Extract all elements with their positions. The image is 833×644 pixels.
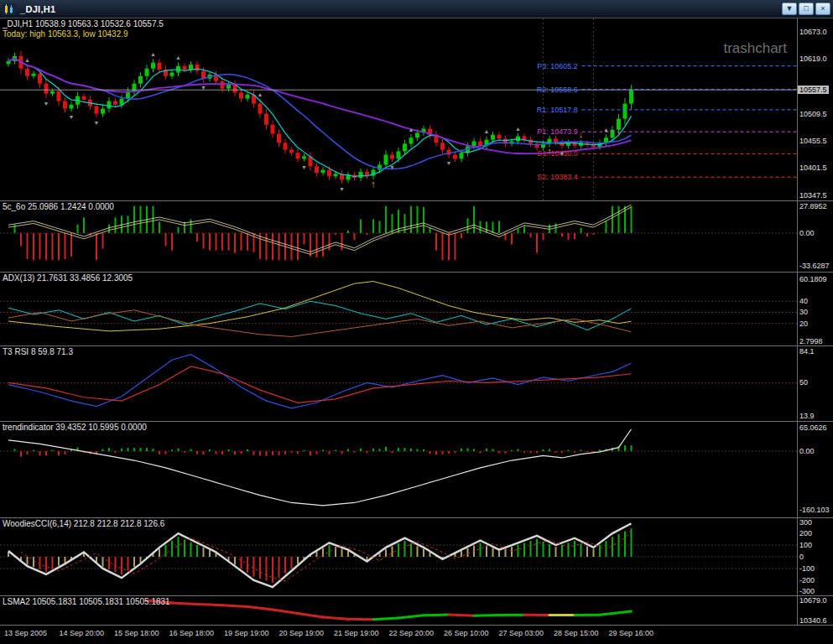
axis-label: 300 (799, 518, 812, 527)
axis-label: 27.8952 (799, 202, 827, 210)
watermark: trashchart (723, 40, 787, 57)
time-label: 29 Sep 16:00 (609, 629, 654, 637)
axis-label: 10401.5 (799, 164, 827, 172)
svg-text:P1: 10473.9: P1: 10473.9 (537, 127, 578, 136)
axis-label: 60.1809 (799, 275, 827, 283)
svg-text:▲: ▲ (258, 91, 263, 97)
price-axis[interactable]: 10673.010619.010557.510509.510455.510401… (797, 18, 833, 200)
axis-label: 50 (799, 378, 808, 387)
lsma-axis[interactable]: 10679.010340.6 (797, 596, 833, 625)
svg-text:↑: ↑ (547, 146, 552, 156)
time-label: 21 Sep 19:00 (334, 629, 379, 637)
axis-label: 10679.0 (799, 596, 827, 605)
adx-plot[interactable] (0, 273, 797, 345)
svg-text:↓: ↓ (579, 129, 584, 139)
pane-canvas (0, 201, 797, 272)
axis-label: -33.6287 (799, 262, 830, 270)
svg-text:S1: 10430.0: S1: 10430.0 (537, 149, 578, 158)
time-label: 13 Sep 2005 (4, 629, 47, 637)
time-label: 22 Sep 20:00 (389, 629, 435, 637)
svg-text:▼: ▼ (389, 164, 395, 170)
axis-label: 20 (799, 319, 808, 328)
woodies-cci-axis[interactable]: 3002001000-100-200-300 (797, 518, 833, 595)
trendindicator-plot[interactable] (0, 422, 797, 517)
svg-text:▼: ▼ (69, 114, 75, 120)
t3-rsi-plot[interactable] (0, 346, 797, 421)
svg-text:R1: 10517.8: R1: 10517.8 (537, 106, 578, 114)
time-label: 14 Sep 20:00 (60, 629, 105, 637)
axis-label: -300 (799, 587, 815, 595)
price-pane: P3: 10605.2R2: 10558.6R1: 10517.8P1: 104… (0, 18, 833, 201)
time-label: 20 Sep 19:00 (279, 629, 325, 637)
axis-label: -200 (799, 576, 815, 584)
time-axis[interactable]: 13 Sep 200514 Sep 20:0015 Sep 18:0016 Se… (0, 626, 833, 644)
chart-window: _DJI,H1 ▼ □ × P3: 10605.2R2: 10558.6R1: … (0, 0, 833, 644)
time-label: 15 Sep 18:00 (114, 629, 159, 637)
svg-text:▼: ▼ (44, 101, 49, 106)
svg-text:S2: 10383.4: S2: 10383.4 (537, 173, 578, 181)
svg-text:▲: ▲ (515, 126, 521, 132)
time-label: 19 Sep 19:00 (224, 629, 269, 637)
t3-rsi-pane: 84.15013.9 T3 RSI 8 59.8 71.3 (0, 346, 833, 422)
time-label: 26 Sep 10:00 (444, 629, 489, 637)
time-label: 16 Sep 18:00 (169, 629, 215, 637)
titlebar[interactable]: _DJI,H1 ▼ □ × (0, 0, 833, 18)
time-label: 28 Sep 15:00 (554, 629, 599, 637)
pane-canvas (0, 596, 797, 625)
svg-text:▲: ▲ (24, 57, 30, 63)
svg-text:▼: ▼ (200, 85, 206, 91)
price-plot[interactable]: P3: 10605.2R2: 10558.6R1: 10517.8P1: 104… (0, 18, 797, 200)
oscillator-5c6o-axis[interactable]: 27.89520.00-33.6287 (797, 201, 833, 272)
oscillator-5c6o-plot[interactable] (0, 201, 797, 272)
axis-label: 10619.0 (799, 55, 827, 63)
pane-canvas (0, 518, 797, 595)
svg-text:▲: ▲ (175, 55, 181, 60)
svg-text:▼: ▼ (301, 164, 307, 170)
lsma-pane: 10679.010340.6 LSMA2 10505.1831 10505.18… (0, 596, 833, 626)
axis-label: 84.1 (799, 347, 815, 356)
svg-text:↑: ↑ (371, 179, 376, 189)
axis-label: 0.00 (799, 447, 815, 455)
svg-text:▲: ▲ (409, 127, 414, 132)
axis-label: 100 (799, 541, 812, 549)
svg-text:R2: 10558.6: R2: 10558.6 (537, 86, 578, 94)
axis-label: 2.7998 (799, 337, 823, 345)
axis-label: 0 (799, 553, 804, 561)
adx-axis[interactable]: 60.18094030202.7998 (797, 273, 833, 345)
time-label: 27 Sep 03:00 (499, 629, 544, 637)
svg-text:▼: ▼ (560, 151, 565, 157)
axis-label: -100 (799, 564, 815, 573)
window-controls: ▼ □ × (782, 3, 830, 15)
svg-text:P3: 10605.2: P3: 10605.2 (537, 62, 578, 70)
svg-text:▲: ▲ (150, 51, 156, 57)
lsma-plot[interactable] (0, 596, 797, 625)
axis-label: 40 (799, 297, 808, 305)
axis-label: 10340.6 (799, 616, 827, 625)
axis-label: 0.00 (799, 229, 815, 237)
axis-label: 10673.0 (799, 28, 827, 36)
woodies-cci-plot[interactable] (0, 518, 797, 595)
axis-label: 10557.5 (798, 86, 829, 94)
axis-label: 65.0626 (799, 423, 827, 432)
trendindicator-axis[interactable]: 65.06260.00-160.103 (797, 422, 833, 517)
svg-text:▼: ▼ (94, 120, 100, 126)
t3-rsi-axis[interactable]: 84.15013.9 (797, 346, 833, 421)
pane-canvas (0, 346, 797, 421)
restore-button[interactable]: □ (799, 3, 814, 15)
chart-icon-canvas (3, 3, 16, 15)
minimize-button[interactable]: ▼ (782, 3, 797, 15)
pane-canvas (0, 273, 797, 345)
svg-text:▲: ▲ (603, 127, 609, 132)
woodies-cci-pane: 3002001000-100-200-300 WoodiesCCI(6,14) … (0, 518, 833, 596)
close-button[interactable]: × (815, 3, 830, 15)
window-title: _DJI,H1 (20, 4, 55, 14)
chart-icon (3, 3, 16, 15)
oscillator-pane-5c6o: 27.89520.00-33.6287 5c_6o 25.0986 1.2424… (0, 201, 833, 273)
axis-label: 30 (799, 308, 808, 316)
axis-label: 10509.5 (799, 110, 827, 118)
trendindicator-pane: 65.06260.00-160.103 trendindicator 39.43… (0, 422, 833, 518)
axis-label: -160.103 (799, 506, 830, 514)
svg-text:▼: ▼ (446, 160, 452, 166)
axis-label: 200 (799, 529, 812, 538)
adx-pane: 60.18094030202.7998 ADX(13) 21.7631 33.4… (0, 273, 833, 346)
